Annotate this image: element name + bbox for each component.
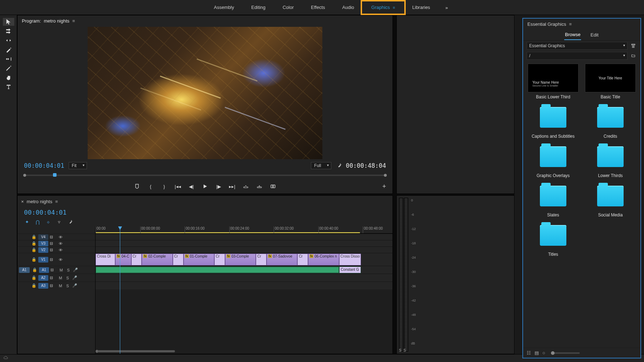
step-fwd-icon[interactable]: |▶ xyxy=(215,183,222,190)
eg-thumb-size-slider[interactable] xyxy=(551,352,580,354)
track-lane-v2[interactable] xyxy=(96,246,392,253)
track-lane-v1[interactable]: Cross Difx04-CCrfx02-CompleCrfx01-Comple… xyxy=(96,253,392,266)
type-tool[interactable] xyxy=(3,83,14,91)
lift-icon[interactable] xyxy=(242,183,249,190)
workspace-tab-graphics[interactable]: Graphics≡ xyxy=(363,1,404,14)
eye-icon[interactable]: 👁 xyxy=(58,235,63,239)
hand-tool[interactable] xyxy=(3,74,14,82)
transition-clip[interactable]: Cr xyxy=(173,254,184,265)
selection-tool[interactable] xyxy=(3,18,14,26)
snap-icon[interactable]: ⋂ xyxy=(35,219,40,225)
eg-library-select[interactable]: Essential Graphics xyxy=(527,42,628,50)
eg-grid-view-icon[interactable]: ▤ xyxy=(535,350,539,356)
video-clip[interactable]: fx02-Comple xyxy=(142,254,172,265)
play-icon[interactable] xyxy=(201,183,209,190)
eg-item-slates[interactable]: Slates xyxy=(526,182,580,217)
voice-record-icon[interactable]: 🎤 xyxy=(73,268,78,272)
workspace-tab-editing[interactable]: Editing xyxy=(243,1,274,14)
eg-list-view-icon[interactable]: ☷ xyxy=(527,350,531,356)
button-editor-icon[interactable]: + xyxy=(382,183,386,190)
workspace-tab-effects[interactable]: Effects xyxy=(302,1,334,14)
eg-item-titles[interactable]: Titles xyxy=(526,221,580,257)
current-timecode[interactable]: 00:00:04:01 xyxy=(24,162,64,169)
eg-item-captions-and-subtitles[interactable]: Captions and Subtitles xyxy=(526,103,580,139)
track-target[interactable]: V3 xyxy=(38,241,48,246)
solo-button[interactable]: S xyxy=(65,284,70,288)
video-clip[interactable]: fx06-Complex n xyxy=(308,254,339,265)
track-target[interactable]: A3 xyxy=(38,283,48,289)
track-lane-a3[interactable] xyxy=(96,282,392,289)
timeline-track-area[interactable]: 00:0000:00:08:0000:00:16:0000:00:24:0000… xyxy=(96,226,392,354)
mute-button[interactable]: M xyxy=(58,276,63,280)
eye-icon[interactable]: 👁 xyxy=(58,248,63,252)
export-frame-icon[interactable] xyxy=(269,183,277,190)
lock-icon[interactable]: 🔒 xyxy=(32,268,38,272)
track-header-v3[interactable]: 🔒V3⊟👁 xyxy=(18,240,95,246)
timeline-menu-icon[interactable]: ≡ xyxy=(55,199,58,204)
slip-tool[interactable] xyxy=(3,55,14,63)
voice-record-icon[interactable]: 🎤 xyxy=(72,283,78,288)
program-viewer[interactable] xyxy=(18,26,392,160)
video-clip[interactable]: fx03-Comple xyxy=(225,254,256,265)
lock-icon[interactable]: 🔒 xyxy=(31,235,37,239)
eg-tab-browse[interactable]: Browse xyxy=(564,30,581,40)
video-clip[interactable]: fx01-Comple xyxy=(184,254,214,265)
track-target[interactable]: A2 xyxy=(38,275,48,281)
playhead[interactable] xyxy=(120,226,120,354)
sync-lock-icon[interactable]: ⊟ xyxy=(50,235,56,239)
step-back-icon[interactable]: ◀| xyxy=(188,183,195,190)
track-header-a2[interactable]: 🔒A2⊟MS🎤 xyxy=(18,274,95,282)
settings-wrench-icon[interactable] xyxy=(336,162,341,169)
sync-lock-icon[interactable]: ⊟ xyxy=(50,283,56,288)
track-lane-v3[interactable] xyxy=(96,240,392,246)
go-to-out-icon[interactable]: ▸▸| xyxy=(229,183,236,190)
eye-icon[interactable]: 👁 xyxy=(58,258,63,262)
source-patch[interactable]: A1 xyxy=(19,267,30,273)
go-to-in-icon[interactable]: |◂◂ xyxy=(174,183,181,190)
mark-in-icon[interactable] xyxy=(133,183,141,190)
track-header-a3[interactable]: 🔒A3⊟MS🎤 xyxy=(18,282,95,289)
close-tab-icon[interactable]: × xyxy=(21,199,24,204)
workspace-tab-audio[interactable]: Audio xyxy=(334,1,363,14)
transition-clip[interactable]: Cr xyxy=(131,254,142,265)
sync-lock-icon[interactable]: ⊟ xyxy=(50,275,56,280)
program-scrubber[interactable] xyxy=(24,175,386,176)
lock-icon[interactable]: 🔒 xyxy=(31,283,37,288)
resolution-select[interactable]: Full xyxy=(311,162,331,169)
timeline-playhead-timecode[interactable]: 00:00:04:01 xyxy=(24,209,386,216)
time-ruler[interactable]: 00:0000:00:08:0000:00:16:0000:00:24:0000… xyxy=(96,226,392,234)
eg-panel-menu-icon[interactable]: ≡ xyxy=(569,21,572,27)
sync-lock-icon[interactable]: ⊟ xyxy=(50,241,56,246)
eg-folder-icon[interactable] xyxy=(630,52,637,59)
voice-record-icon[interactable]: 🎤 xyxy=(72,275,78,280)
transition-clip[interactable]: Cr xyxy=(297,254,308,265)
cloud-sync-icon[interactable] xyxy=(3,356,9,361)
sync-lock-icon[interactable]: ⊟ xyxy=(50,248,56,252)
transition-clip[interactable]: Cross Di xyxy=(96,254,115,265)
lock-icon[interactable]: 🔒 xyxy=(31,241,37,246)
track-target[interactable]: V1 xyxy=(38,257,48,263)
workspace-tab-libraries[interactable]: Libraries xyxy=(404,1,439,14)
eg-path-select[interactable]: / xyxy=(527,52,628,60)
audio-clip[interactable] xyxy=(96,266,339,273)
razor-tool[interactable] xyxy=(3,46,14,54)
workspace-tab-assembly[interactable]: Assembly xyxy=(205,1,243,14)
ripple-edit-tool[interactable] xyxy=(3,36,14,44)
eg-item-social-media[interactable]: Social Media xyxy=(583,182,638,217)
audio-transition[interactable]: Constant G xyxy=(339,266,361,273)
solo-button[interactable]: S xyxy=(65,268,71,272)
eg-item-graphic-overlays[interactable]: Graphic Overlays xyxy=(526,142,580,178)
lock-icon[interactable]: 🔒 xyxy=(31,257,37,262)
in-point-icon[interactable]: { xyxy=(147,183,154,190)
eg-tab-edit[interactable]: Edit xyxy=(590,30,599,40)
track-target[interactable]: A1 xyxy=(39,267,49,273)
solo-button[interactable]: S xyxy=(65,276,70,280)
sync-lock-icon[interactable]: ⊟ xyxy=(50,268,57,272)
lock-icon[interactable]: 🔒 xyxy=(31,248,37,252)
transition-clip[interactable]: Cr xyxy=(256,254,267,265)
out-point-icon[interactable]: } xyxy=(161,183,168,190)
mute-button[interactable]: M xyxy=(58,284,63,288)
insert-icon[interactable]: ✦ xyxy=(24,219,30,225)
workspace-tab-color[interactable]: Color xyxy=(274,1,302,14)
zoom-fit-select[interactable]: Fit xyxy=(69,162,87,169)
